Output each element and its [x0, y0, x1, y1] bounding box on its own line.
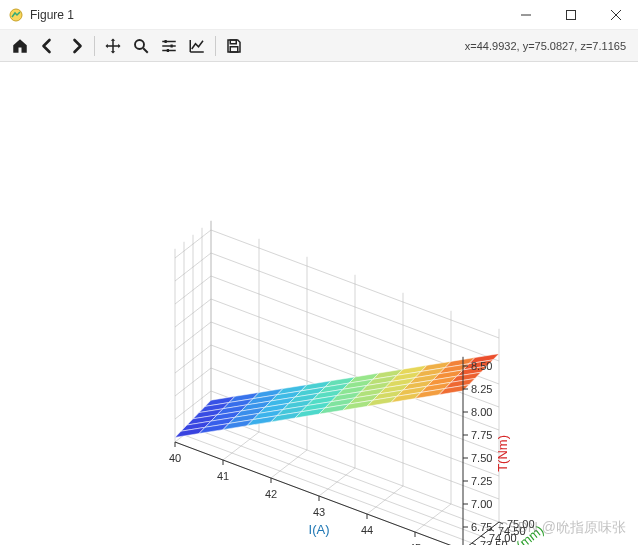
svg-line-25	[202, 421, 490, 529]
back-button[interactable]	[34, 32, 62, 60]
toolbar-separator	[94, 36, 95, 56]
magnify-icon	[132, 37, 150, 55]
svg-rect-12	[167, 49, 169, 52]
svg-rect-2	[566, 10, 575, 19]
close-button[interactable]	[593, 0, 638, 30]
subplots-button[interactable]	[155, 32, 183, 60]
svg-rect-10	[165, 40, 167, 43]
svg-text:7.75: 7.75	[471, 429, 492, 441]
svg-text:T(Nm): T(Nm)	[495, 435, 510, 472]
close-icon	[611, 10, 621, 20]
arrow-left-icon	[39, 37, 57, 55]
svg-text:41: 41	[217, 470, 229, 482]
window-titlebar: Figure 1	[0, 0, 638, 30]
arrow-right-icon	[67, 37, 85, 55]
toolbar: x=44.9932, y=75.0827, z=7.1165	[0, 30, 638, 62]
chart-line-icon	[188, 37, 206, 55]
svg-point-5	[135, 40, 144, 49]
svg-text:I(A): I(A)	[309, 522, 330, 537]
svg-text:8.25: 8.25	[471, 383, 492, 395]
svg-line-6	[143, 48, 148, 53]
svg-text:40: 40	[169, 452, 181, 464]
svg-text:8.00: 8.00	[471, 406, 492, 418]
svg-text:44: 44	[361, 524, 373, 536]
svg-text:7.00: 7.00	[471, 498, 492, 510]
svg-rect-11	[171, 44, 173, 47]
svg-text:7.50: 7.50	[471, 452, 492, 464]
surface-plot: 6.757.007.257.507.758.008.258.50T(Nm)404…	[0, 62, 638, 545]
window-title: Figure 1	[30, 8, 503, 22]
maximize-button[interactable]	[548, 0, 593, 30]
axes-edit-button[interactable]	[183, 32, 211, 60]
svg-rect-13	[230, 40, 236, 44]
svg-text:7.25: 7.25	[471, 475, 492, 487]
svg-rect-14	[230, 46, 238, 51]
cursor-coords: x=44.9932, y=75.0827, z=7.1165	[465, 40, 632, 52]
svg-text:43: 43	[313, 506, 325, 518]
home-button[interactable]	[6, 32, 34, 60]
save-button[interactable]	[220, 32, 248, 60]
save-icon	[225, 37, 243, 55]
sliders-icon	[160, 37, 178, 55]
plot-area[interactable]: 6.757.007.257.507.758.008.258.50T(Nm)404…	[0, 62, 638, 545]
home-icon	[11, 37, 29, 55]
svg-line-24	[193, 428, 481, 536]
maximize-icon	[566, 10, 576, 20]
toolbar-separator	[215, 36, 216, 56]
pan-button[interactable]	[99, 32, 127, 60]
svg-line-165	[481, 536, 485, 538]
app-icon	[8, 7, 24, 23]
minimize-button[interactable]	[503, 0, 548, 30]
svg-line-169	[499, 522, 503, 524]
minimize-icon	[521, 10, 531, 20]
zoom-button[interactable]	[127, 32, 155, 60]
move-icon	[104, 37, 122, 55]
forward-button[interactable]	[62, 32, 90, 60]
svg-text:8.50: 8.50	[471, 360, 492, 372]
svg-text:42: 42	[265, 488, 277, 500]
